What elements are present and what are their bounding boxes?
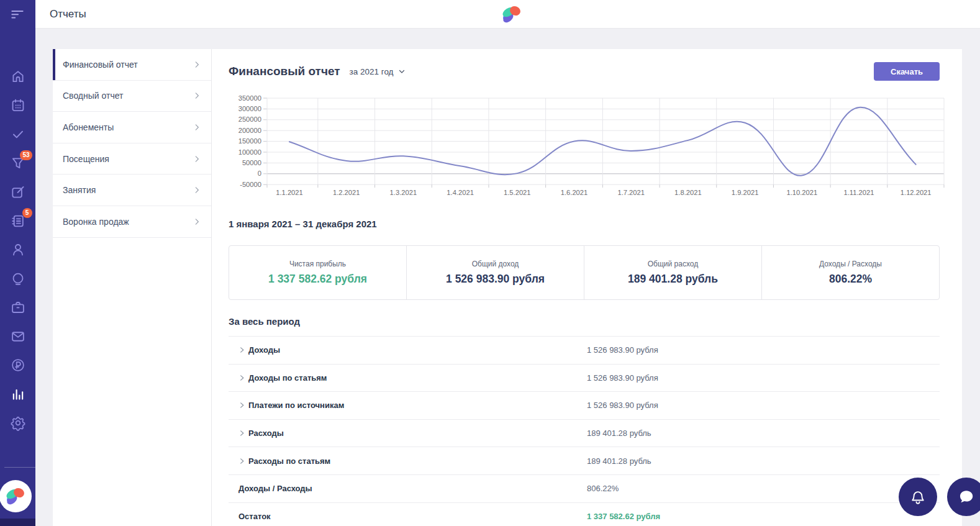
notebook-badge: 5 bbox=[22, 208, 32, 218]
row-label: Доходы bbox=[248, 345, 280, 355]
svg-text:1.5.2021: 1.5.2021 bbox=[504, 189, 531, 196]
sidebar-icon-column: 53 5 bbox=[0, 68, 35, 431]
report-menu: Финансовый отчет Сводный отчет Абонемент… bbox=[53, 49, 212, 526]
compose-icon[interactable] bbox=[10, 184, 26, 200]
download-button[interactable]: Скачать bbox=[874, 62, 940, 81]
row-value: 189 401.28 рубль bbox=[587, 456, 651, 466]
row-value: 189 401.28 рубль bbox=[587, 429, 651, 438]
menu-item-subscriptions[interactable]: Абонементы bbox=[53, 112, 211, 143]
chevron-right-icon bbox=[193, 155, 201, 163]
line-chart-canvas: 3500003000002500002000001500001000005000… bbox=[229, 94, 952, 204]
table-row-balance: Остаток 1 337 582.62 рубля bbox=[229, 503, 940, 526]
calendar-icon[interactable] bbox=[10, 97, 26, 114]
chevron-right-icon[interactable] bbox=[238, 430, 248, 437]
user-icon[interactable] bbox=[10, 242, 26, 258]
table-row-incomes-by-items[interactable]: Доходы по статьям 1 526 983.90 рубля bbox=[229, 365, 940, 392]
menu-item-label: Финансовый отчет bbox=[63, 60, 138, 70]
card-value: 189 401.28 рубль bbox=[628, 273, 718, 286]
filter-icon[interactable]: 53 bbox=[10, 155, 26, 171]
period-selector[interactable]: за 2021 год bbox=[350, 67, 406, 76]
table-row-payments-by-source[interactable]: Платежи по источникам 1 526 983.90 рубля bbox=[229, 392, 940, 420]
card-label: Доходы / Расходы bbox=[819, 260, 882, 268]
svg-text:1.12.2021: 1.12.2021 bbox=[901, 189, 932, 196]
card-total-expense: Общий расход 189 401.28 рубль bbox=[584, 246, 762, 299]
svg-text:1.2.2021: 1.2.2021 bbox=[333, 189, 360, 196]
notebook-icon[interactable]: 5 bbox=[10, 213, 26, 229]
card-income-expense-ratio: Доходы / Расходы 806.22% bbox=[762, 246, 939, 299]
face-icon[interactable] bbox=[10, 271, 26, 287]
menu-item-label: Воронка продаж bbox=[63, 217, 129, 227]
table-row-income-expense-ratio: Доходы / Расходы 806.22% bbox=[229, 475, 940, 503]
row-label: Доходы по статьям bbox=[248, 373, 327, 383]
main-sidebar: 53 5 bbox=[0, 0, 35, 526]
menu-item-label: Сводный отчет bbox=[63, 91, 123, 101]
svg-text:50000: 50000 bbox=[242, 159, 261, 166]
card-total-income: Общий доход 1 526 983.90 рубля bbox=[407, 246, 584, 299]
menu-item-sales-funnel[interactable]: Воронка продаж bbox=[53, 206, 211, 238]
settings-gear-icon[interactable] bbox=[10, 415, 26, 431]
section-heading: За весь период bbox=[229, 316, 940, 327]
sidebar-divider bbox=[4, 467, 35, 468]
svg-text:0: 0 bbox=[258, 170, 261, 177]
filter-badge: 53 bbox=[20, 150, 32, 160]
chevron-right-icon bbox=[193, 91, 201, 100]
svg-text:1.7.2021: 1.7.2021 bbox=[617, 189, 645, 196]
menu-item-label: Занятия bbox=[63, 185, 96, 195]
menu-item-financial-report[interactable]: Финансовый отчет bbox=[53, 49, 211, 81]
svg-text:300000: 300000 bbox=[238, 105, 261, 112]
check-icon[interactable] bbox=[10, 126, 26, 142]
card-value: 1 337 582.62 рубля bbox=[268, 273, 367, 286]
table-row-expenses[interactable]: Расходы 189 401.28 рубль bbox=[229, 420, 940, 448]
card-label: Общий доход bbox=[472, 260, 519, 268]
chevron-right-icon[interactable] bbox=[238, 458, 248, 465]
table-row-incomes[interactable]: Доходы 1 526 983.90 рубля bbox=[229, 337, 940, 365]
date-range-heading: 1 января 2021 – 31 декабря 2021 bbox=[229, 219, 940, 229]
chevron-right-icon[interactable] bbox=[238, 347, 248, 353]
svg-text:1.1.2021: 1.1.2021 bbox=[276, 189, 303, 196]
row-label: Расходы по статьям bbox=[248, 456, 330, 466]
card-label: Общий расход bbox=[648, 260, 698, 268]
menu-item-label: Абонементы bbox=[63, 122, 114, 132]
card-value: 806.22% bbox=[829, 273, 872, 286]
svg-text:250000: 250000 bbox=[238, 116, 261, 123]
notifications-button[interactable] bbox=[899, 478, 937, 516]
menu-item-visits[interactable]: Посещения bbox=[53, 143, 211, 175]
row-value: 1 526 983.90 рубля bbox=[587, 373, 658, 383]
chevron-right-icon[interactable] bbox=[238, 402, 248, 409]
mail-icon[interactable] bbox=[10, 329, 26, 345]
svg-text:1.10.2021: 1.10.2021 bbox=[786, 189, 817, 196]
chevron-down-icon bbox=[398, 68, 406, 75]
table-row-expenses-by-items[interactable]: Расходы по статьям 189 401.28 рубль bbox=[229, 447, 940, 475]
app-logo[interactable] bbox=[0, 480, 32, 512]
chevron-right-icon bbox=[193, 60, 201, 69]
svg-text:350000: 350000 bbox=[238, 94, 261, 102]
svg-text:1.9.2021: 1.9.2021 bbox=[732, 189, 759, 196]
bell-icon bbox=[909, 487, 927, 506]
menu-item-classes[interactable]: Занятия bbox=[53, 175, 211, 206]
row-value: 1 337 582.62 рубля bbox=[587, 512, 660, 521]
chevron-right-icon bbox=[193, 186, 201, 194]
report-title: Финансовый отчет bbox=[229, 65, 340, 78]
card-value: 1 526 983.90 рубля bbox=[446, 273, 545, 286]
ruble-icon[interactable] bbox=[10, 357, 26, 373]
svg-text:200000: 200000 bbox=[238, 127, 261, 134]
svg-text:1.3.2021: 1.3.2021 bbox=[390, 189, 417, 196]
briefcase-icon[interactable] bbox=[10, 299, 26, 315]
row-label: Платежи по источникам bbox=[248, 401, 344, 410]
card-label: Чистая прибыль bbox=[289, 260, 346, 268]
menu-item-summary-report[interactable]: Сводный отчет bbox=[53, 81, 211, 112]
page-title: Отчеты bbox=[50, 0, 86, 29]
svg-text:100000: 100000 bbox=[238, 148, 261, 156]
summary-cards: Чистая прибыль 1 337 582.62 рубля Общий … bbox=[229, 245, 940, 300]
home-icon[interactable] bbox=[10, 68, 26, 84]
report-content: Финансовый отчет за 2021 год Скачать 350… bbox=[212, 49, 962, 526]
row-label: Расходы bbox=[248, 429, 284, 438]
menu-toggle-icon[interactable] bbox=[9, 6, 25, 22]
stats-icon[interactable] bbox=[10, 386, 26, 402]
chevron-right-icon[interactable] bbox=[238, 374, 248, 381]
svg-text:1.4.2021: 1.4.2021 bbox=[447, 189, 474, 196]
svg-text:1.6.2021: 1.6.2021 bbox=[561, 189, 588, 196]
financial-chart: 3500003000002500002000001500001000005000… bbox=[229, 94, 940, 204]
row-value: 1 526 983.90 рубля bbox=[587, 401, 658, 410]
chat-button[interactable] bbox=[947, 478, 980, 516]
